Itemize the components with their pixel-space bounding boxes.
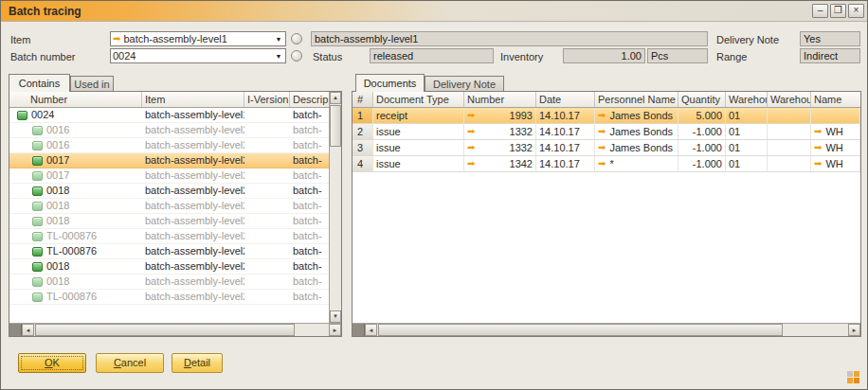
- batch-tree-row[interactable]: 0016batch-assembly-level2batch-: [9, 138, 329, 153]
- item-cell: batch-assembly-level2: [142, 168, 244, 183]
- chevron-down-icon[interactable]: ▼: [274, 36, 283, 43]
- scroll-right-icon[interactable]: ►: [329, 324, 341, 336]
- scroll-right-icon[interactable]: ►: [848, 324, 860, 336]
- tab-contains[interactable]: Contains: [9, 74, 70, 92]
- horizontal-scrollbar[interactable]: ◄ ►: [9, 323, 341, 336]
- batch-tree-row[interactable]: 0024batch-assembly-level1batch-: [9, 108, 329, 123]
- link-arrow-icon[interactable]: ➡: [598, 159, 606, 168]
- column-header-item: Item: [142, 92, 244, 107]
- inventory-uom-field[interactable]: Pcs: [647, 48, 708, 63]
- horizontal-scrollbar[interactable]: ◄ ►: [353, 323, 860, 336]
- detail-button[interactable]: Detail: [172, 353, 223, 373]
- document-row[interactable]: 1receipt➡199314.10.17➡James Bonds5.00001: [353, 108, 860, 124]
- column-header-personnel-name: Personnel Name: [595, 92, 678, 107]
- splitter-box[interactable]: [353, 324, 365, 336]
- item-cell: batch-assembly-level2: [142, 184, 244, 198]
- batch-tree-row[interactable]: 0018batch-assembly-level2batch-: [9, 275, 329, 290]
- chevron-down-icon[interactable]: ▼: [274, 53, 283, 60]
- item-combo[interactable]: ➡ batch-assembly-level1 ▼: [110, 31, 286, 46]
- scrollbar-track[interactable]: [330, 148, 341, 310]
- row-number-cell: 3: [353, 140, 373, 155]
- batch-number-cell: 0024: [31, 108, 54, 122]
- batch-tree-row[interactable]: TL-000876batch-assembly-level2batch-: [9, 290, 329, 305]
- document-row[interactable]: 2issue➡133214.10.17➡James Bonds-1.00001➡…: [353, 124, 860, 140]
- tab-documents[interactable]: Documents: [355, 74, 425, 92]
- batch-info-icon[interactable]: [291, 50, 302, 62]
- document-row[interactable]: 3issue➡133214.10.17➡James Bonds-1.00001➡…: [353, 140, 860, 156]
- link-arrow-icon[interactable]: ➡: [598, 111, 606, 120]
- batch-tree-row[interactable]: TL-000876batch-assembly-level2batch-: [9, 244, 329, 259]
- link-arrow-icon[interactable]: ➡: [598, 143, 606, 152]
- scroll-down-icon[interactable]: ▼: [330, 310, 341, 323]
- warehouse-cell: 01: [726, 124, 768, 139]
- splitter-box[interactable]: [9, 324, 22, 336]
- description-cell: batch-: [290, 184, 329, 198]
- batch-number-combo[interactable]: 0024 ▼: [110, 48, 286, 63]
- item-display-field[interactable]: batch-assembly-level1: [311, 31, 708, 46]
- row-number-cell: 4: [353, 156, 373, 171]
- warehouse2-cell: [768, 124, 811, 139]
- status-field[interactable]: released: [370, 48, 494, 63]
- contains-table-body: 0024batch-assembly-level1batch-0016batch…: [9, 108, 329, 305]
- item-cell: batch-assembly-level2: [142, 290, 244, 304]
- link-arrow-icon[interactable]: ➡: [467, 159, 475, 168]
- document-type-cell: receipt: [373, 108, 464, 123]
- batch-tree-row[interactable]: 0018batch-assembly-level2batch-: [9, 214, 329, 229]
- column-header-rownum: #: [353, 92, 373, 107]
- link-arrow-icon[interactable]: ➡: [814, 143, 822, 152]
- document-type-cell: issue: [373, 140, 464, 155]
- ok-button[interactable]: OK: [18, 353, 86, 373]
- personnel-name-cell: ➡James Bonds: [595, 140, 678, 155]
- item-info-icon[interactable]: [291, 33, 302, 44]
- tab-used-in[interactable]: Used in: [70, 76, 114, 92]
- vertical-scrollbar[interactable]: ▲ ▼: [329, 92, 341, 323]
- delivery-note-label: Delivery Note: [716, 34, 779, 46]
- cancel-button[interactable]: Cancel: [96, 353, 164, 373]
- cancel-button-label: Cancel: [97, 354, 163, 372]
- batch-tree-row[interactable]: 0016batch-assembly-level2batch-: [9, 123, 329, 138]
- column-header-warehouse-name: Name: [811, 92, 860, 107]
- batch-icon: [32, 247, 43, 257]
- status-label: Status: [313, 51, 342, 63]
- link-arrow-icon[interactable]: ➡: [467, 127, 475, 136]
- number-cell: ➡1332: [464, 124, 536, 139]
- description-cell: batch-: [290, 290, 329, 304]
- form-settings-icon[interactable]: [847, 371, 859, 383]
- tab-delivery-note[interactable]: Delivery Note: [425, 76, 504, 92]
- document-row[interactable]: 4issue➡134214.10.17➡*-1.00001➡WH: [353, 156, 860, 172]
- scrollbar-thumb[interactable]: [35, 324, 295, 336]
- link-arrow-icon[interactable]: ➡: [814, 127, 822, 136]
- inventory-field[interactable]: 1.00: [563, 48, 645, 63]
- item-cell: batch-assembly-level2: [142, 244, 244, 258]
- minimize-icon[interactable]: –: [812, 4, 828, 18]
- batch-tree-row[interactable]: 0018batch-assembly-level2batch-: [9, 199, 329, 214]
- link-arrow-icon[interactable]: ➡: [814, 159, 822, 168]
- column-header-quantity: Quantity: [678, 92, 726, 107]
- link-arrow-icon[interactable]: ➡: [467, 143, 475, 152]
- batch-tree-row[interactable]: TL-000876batch-assembly-level2batch-: [9, 229, 329, 244]
- link-arrow-icon[interactable]: ➡: [598, 127, 606, 136]
- link-arrow-icon[interactable]: ➡: [467, 111, 475, 120]
- close-icon[interactable]: ×: [848, 4, 864, 18]
- scroll-left-icon[interactable]: ◄: [22, 324, 34, 336]
- scrollbar-thumb[interactable]: [330, 105, 341, 147]
- range-field[interactable]: Indirect: [800, 48, 860, 63]
- column-header-date: Date: [536, 92, 595, 107]
- warehouse2-cell: [768, 156, 811, 171]
- batch-tree-row[interactable]: 0018batch-assembly-level2batch-: [9, 259, 329, 275]
- batch-tree-row[interactable]: 0018batch-assembly-level2batch-: [9, 184, 329, 199]
- scrollbar-track[interactable]: [377, 324, 848, 336]
- column-header-warehouse-2: Warehous: [768, 92, 811, 107]
- scroll-left-icon[interactable]: ◄: [365, 324, 377, 336]
- maximize-icon[interactable]: ❒: [830, 4, 846, 18]
- batch-number-cell: 0018: [46, 214, 69, 228]
- link-arrow-icon[interactable]: ➡: [113, 34, 120, 44]
- scroll-up-icon[interactable]: ▲: [330, 92, 341, 104]
- batch-tree-row[interactable]: 0017batch-assembly-level2batch-: [9, 153, 329, 168]
- batch-tree-row[interactable]: 0017batch-assembly-level2batch-: [9, 168, 329, 184]
- delivery-note-field[interactable]: Yes: [800, 31, 860, 46]
- scrollbar-track[interactable]: [34, 324, 329, 336]
- warehouse-name-cell: ➡WH: [811, 140, 860, 155]
- item-cell: batch-assembly-level2: [142, 123, 244, 137]
- scrollbar-thumb[interactable]: [378, 324, 783, 336]
